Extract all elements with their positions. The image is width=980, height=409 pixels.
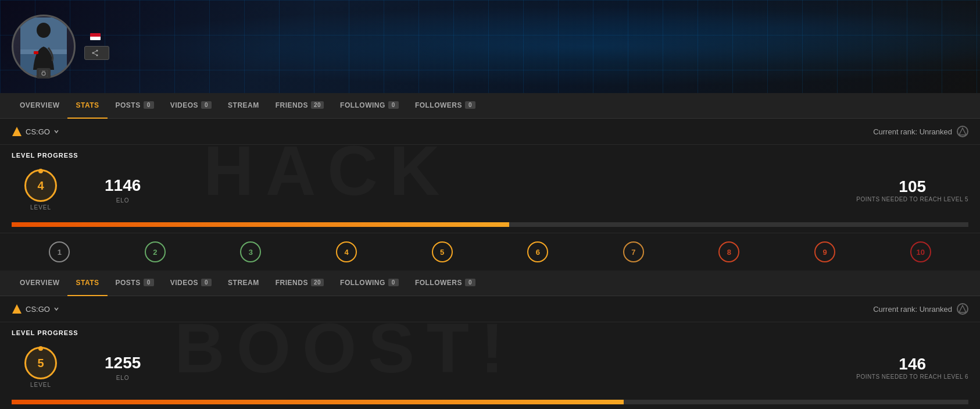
level-icon-circle-9: 9	[814, 241, 835, 262]
svg-line-12	[93, 53, 97, 55]
nav-tab-overview[interactable]: OVERVIEW	[12, 271, 67, 296]
level-circle-1: 4	[24, 169, 57, 202]
section-title-1: LEVEL PROGRESS	[0, 145, 980, 163]
csgo-icon-1	[12, 126, 22, 137]
svg-line-11	[93, 51, 97, 53]
nav-tab-overview[interactable]: OVERVIEW	[12, 93, 67, 119]
elo-value-1: 1146	[105, 176, 141, 195]
points-label-1: POINTS NEEDED TO REACH LEVEL 5	[856, 196, 968, 202]
rank-icon-1	[957, 126, 968, 137]
level-icon-circle-1: 1	[49, 241, 70, 262]
camera-icon[interactable]	[37, 68, 51, 79]
share-button[interactable]	[84, 46, 109, 60]
csgo-icon-2	[12, 304, 22, 314]
level-icon-circle-5: 5	[432, 241, 453, 262]
elo-label-2: ELO	[116, 375, 130, 381]
tab-label-following: FOLLOWING	[340, 101, 385, 109]
level-icon-item-7: 7	[586, 238, 682, 266]
nav-tab-friends[interactable]: FRIENDS20	[267, 271, 332, 296]
rank-label-2: Current rank: Unranked	[873, 305, 952, 314]
level-label-1: LEVEL	[30, 204, 51, 211]
tab-label-stream: STREAM	[228, 279, 259, 287]
elo-stat-2: 1255 ELO	[105, 354, 141, 381]
chevron-down-icon-1	[53, 129, 59, 134]
points-value-2: 146	[856, 355, 968, 374]
avatar-wrapper	[12, 15, 76, 79]
progress-bar-outer-1	[12, 222, 968, 227]
stats-panel-1: HACK CS:GO Current rank: Unranked LEVEL …	[0, 119, 980, 271]
profile-info	[84, 33, 109, 60]
svg-marker-14	[959, 128, 966, 135]
share-icon	[92, 49, 99, 56]
level-icon-circle-10: 10	[910, 241, 931, 262]
banner-logo-area	[631, 0, 864, 93]
level-badge-2: 5 LEVEL	[12, 347, 70, 388]
profile-section	[0, 0, 121, 93]
level-icon-item-2: 2	[108, 238, 203, 266]
tab-label-overview: OVERVIEW	[20, 101, 59, 109]
progress-section-2	[0, 400, 980, 409]
tab-badge-friends: 20	[311, 101, 324, 109]
level-icon-item-10: 10	[872, 238, 968, 266]
rank-label-1: Current rank: Unranked	[873, 127, 952, 136]
stats-row-1: 4 LEVEL 1146 ELO 105 POINTS NEEDED TO RE…	[0, 163, 980, 222]
level-icon-circle-8: 8	[718, 241, 739, 262]
points-needed-1: 105 POINTS NEEDED TO REACH LEVEL 5	[856, 177, 968, 202]
game-selector-2[interactable]: CS:GO	[12, 304, 59, 314]
rank-display-2: Current rank: Unranked	[873, 303, 968, 315]
svg-rect-7	[42, 70, 45, 72]
tab-badge-friends: 20	[311, 279, 324, 286]
tab-label-posts: POSTS	[116, 101, 141, 109]
level-circle-2: 5	[24, 347, 57, 379]
nav-tab-following[interactable]: FOLLOWING0	[332, 93, 407, 119]
level-label-2: LEVEL	[30, 382, 51, 388]
chevron-down-icon-2	[53, 306, 59, 312]
tab-label-followers: FOLLOWERS	[415, 279, 462, 287]
game-selector-bar-1: CS:GO Current rank: Unranked	[0, 119, 980, 145]
progress-bar-outer-2	[12, 400, 968, 404]
svg-marker-13	[12, 127, 22, 136]
level-icon-item-9: 9	[777, 238, 873, 266]
game-selector-1[interactable]: CS:GO	[12, 126, 59, 137]
tab-label-friends: FRIENDS	[276, 101, 308, 109]
level-icon-item-5: 5	[394, 238, 490, 266]
nav-tab-videos[interactable]: VIDEOS0	[162, 271, 220, 296]
level-icon-circle-4: 4	[336, 241, 357, 262]
tab-label-videos: VIDEOS	[170, 279, 198, 287]
tab-badge-posts: 0	[144, 101, 154, 109]
level-icon-item-3: 3	[203, 238, 299, 266]
level-icons-row-1: 1 2 3 4 5 6	[0, 233, 980, 271]
level-icon-circle-2: 2	[145, 241, 166, 262]
progress-bar-fill-2	[12, 400, 624, 404]
tab-label-posts: POSTS	[116, 279, 141, 287]
tab-label-stats: STATS	[76, 279, 99, 287]
section-title-2: LEVEL PROGRESS	[0, 322, 980, 341]
progress-section-1	[0, 222, 980, 233]
nav-tab-followers[interactable]: FOLLOWERS0	[407, 93, 484, 119]
level-icon-item-1: 1	[12, 238, 108, 266]
nav-tab-posts[interactable]: POSTS0	[108, 93, 162, 119]
tab-label-stream: STREAM	[228, 101, 259, 109]
points-label-2: POINTS NEEDED TO REACH LEVEL 6	[856, 374, 968, 380]
nav-tabs-top: OVERVIEWSTATSPOSTS0VIDEOS0STREAMFRIENDS2…	[0, 93, 980, 119]
nav-tab-stats[interactable]: STATS	[67, 271, 107, 296]
nav-tab-friends[interactable]: FRIENDS20	[267, 93, 332, 119]
nav-tab-stats[interactable]: STATS	[67, 93, 107, 119]
nav-tab-following[interactable]: FOLLOWING0	[332, 271, 407, 296]
elo-label-1: ELO	[116, 197, 130, 204]
level-icon-item-4: 4	[299, 238, 395, 266]
username-display	[84, 33, 109, 40]
nav-tab-posts[interactable]: POSTS0	[108, 271, 162, 296]
header-banner	[0, 0, 980, 93]
nav-tab-stream[interactable]: STREAM	[220, 271, 267, 296]
nav-tab-videos[interactable]: VIDEOS0	[162, 93, 220, 119]
tab-badge-following: 0	[388, 279, 399, 286]
progress-bar-fill-1	[12, 222, 509, 227]
country-flag	[90, 33, 101, 40]
tab-badge-videos: 0	[201, 279, 212, 286]
nav-tab-followers[interactable]: FOLLOWERS0	[407, 271, 484, 296]
tab-badge-followers: 0	[465, 101, 475, 109]
tab-badge-posts: 0	[144, 279, 154, 286]
level-icon-item-6: 6	[490, 238, 586, 266]
nav-tab-stream[interactable]: STREAM	[220, 93, 267, 119]
